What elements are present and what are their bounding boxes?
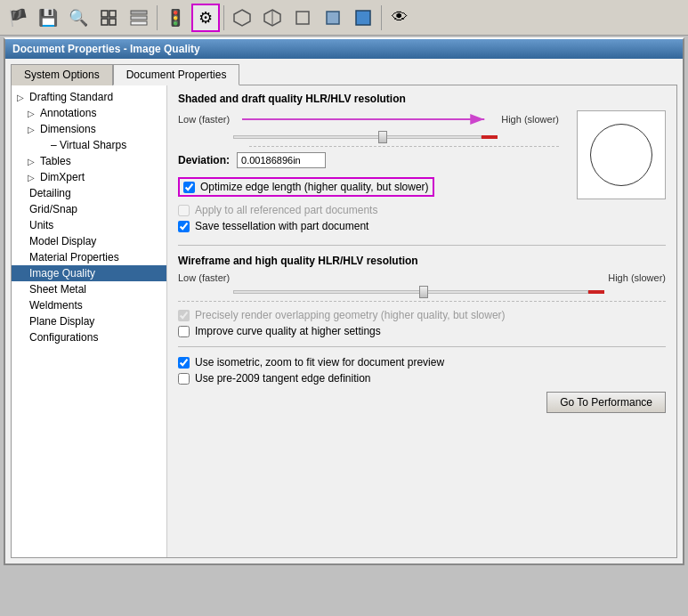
sidebar-item-sheet-metal[interactable]: Sheet Metal (12, 281, 166, 297)
checkbox3-row: Save tessellation with part document (178, 220, 559, 232)
sidebar-item-image-quality[interactable]: Image Quality (12, 265, 166, 281)
cube-blue-icon[interactable] (349, 4, 377, 32)
sidebar-item-model-display[interactable]: Model Display (12, 233, 166, 249)
save-icon[interactable]: 💾 (34, 4, 62, 32)
sidebar-item-plane-display[interactable]: Plane Display (12, 313, 166, 329)
slider2-labels: Low (faster) High (slower) (178, 272, 666, 283)
eye-icon[interactable]: 👁 (385, 4, 414, 32)
svg-rect-3 (109, 19, 116, 25)
checkbox5-row: Improve curve quality at higher settings (178, 325, 666, 337)
slider2-track-container (233, 285, 604, 299)
slider2-track (233, 290, 588, 294)
checkbox1-row: Optimize edge length (higher quality, bu… (178, 177, 434, 197)
svg-rect-1 (109, 11, 116, 17)
go-to-performance-button[interactable]: Go To Performance (546, 392, 666, 413)
settings-icon[interactable]: ⚙ (191, 4, 220, 32)
sidebar-item-units[interactable]: Units (12, 217, 166, 233)
section-divider (178, 245, 666, 246)
section1-header: Shaded and draft quality HLR/HLV resolut… (178, 93, 666, 105)
sidebar-item-annotations[interactable]: ▷ Annotations (12, 105, 166, 121)
slider1-high-label: High (slower) (501, 114, 559, 125)
expand-icon: ▷ (28, 125, 38, 134)
toolbar: 🏴 💾 🔍 🚦 ⚙ 👁 (0, 0, 688, 36)
cube-outline2-icon[interactable] (258, 4, 287, 32)
toolbar-separator (157, 5, 158, 30)
sidebar-item-drafting-standard[interactable]: ▷ Drafting Standard (12, 89, 166, 105)
sidebar-tree: ▷ Drafting Standard ▷ Annotations ▷ Dime… (12, 85, 167, 557)
preview-box (577, 110, 666, 199)
slider1-dots (249, 146, 559, 147)
tab-system-options[interactable]: System Options (11, 64, 113, 85)
dialog-body: System Options Document Properties ▷ Dra… (5, 59, 683, 563)
sidebar-item-grid-snap[interactable]: Grid/Snap (12, 201, 166, 217)
checkbox6[interactable] (178, 357, 190, 369)
slider2-thumb[interactable] (419, 286, 428, 298)
sidebar-item-dimensions[interactable]: ▷ Dimensions (12, 121, 166, 137)
cube-outline1-icon[interactable] (228, 4, 256, 32)
sidebar-item-material-properties[interactable]: Material Properties (12, 249, 166, 265)
svg-rect-4 (131, 11, 147, 14)
tab-document-properties[interactable]: Document Properties (113, 64, 240, 85)
sidebar-item-virtual-sharps[interactable]: – Virtual Sharps (12, 137, 166, 153)
slider1-track-container (233, 130, 498, 144)
expand-icon: ▷ (28, 109, 38, 118)
slider2-row: Low (faster) High (slower) (178, 285, 666, 299)
checkbox7-label: Use pre-2009 tangent edge definition (195, 372, 370, 385)
layers-icon[interactable] (125, 4, 153, 32)
slider1-track (233, 135, 482, 139)
pink-arrow-svg (233, 110, 498, 128)
checkbox2[interactable] (178, 205, 190, 216)
toolbar-separator3 (381, 5, 382, 30)
checkbox4[interactable] (178, 310, 190, 321)
svg-rect-11 (327, 12, 339, 24)
sidebar-item-tables[interactable]: ▷ Tables (12, 153, 166, 169)
slider2-low-label: Low (faster) (178, 272, 230, 283)
checkbox4-row: Precisely render overlapping geometry (h… (178, 309, 666, 321)
expand-icon: ▷ (28, 157, 38, 166)
checkbox3[interactable] (178, 221, 190, 232)
checkbox3-label: Save tessellation with part document (195, 220, 368, 232)
expand-icon: ▷ (28, 173, 38, 182)
toolbar-separator2 (223, 5, 224, 30)
slider1-thumb[interactable] (378, 131, 387, 143)
dialog-titlebar: Document Properties - Image Quality (5, 39, 683, 59)
section2-header: Wireframe and high quality HLR/HLV resol… (178, 255, 666, 267)
svg-rect-5 (131, 16, 147, 20)
deviation-row: Deviation: (178, 152, 559, 168)
slider2-section: Low (faster) High (slower) Low (faster) … (178, 272, 666, 302)
slider2-dots (178, 301, 666, 302)
section-divider2 (178, 346, 666, 347)
arrow-container (233, 110, 498, 128)
sidebar-item-configurations[interactable]: Configurations (12, 329, 166, 345)
checkbox5[interactable] (178, 326, 190, 337)
checkbox7-row: Use pre-2009 tangent edge definition (178, 372, 666, 385)
deviation-input[interactable] (237, 152, 326, 168)
cube-filled-icon[interactable] (319, 4, 347, 32)
checkbox4-label: Precisely render overlapping geometry (h… (195, 309, 506, 321)
dialog-title: Document Properties - Image Quality (12, 43, 200, 55)
checkbox5-label: Improve curve quality at higher settings (195, 325, 381, 337)
expand-icon: ▷ (17, 93, 28, 102)
table-icon[interactable] (94, 4, 123, 32)
checkbox6-label: Use isometric, zoom to fit view for docu… (195, 356, 444, 369)
dialog: Document Properties - Image Quality Syst… (4, 37, 684, 565)
svg-rect-0 (101, 11, 108, 17)
search-icon[interactable]: 🔍 (64, 4, 93, 32)
tab-bar: System Options Document Properties (11, 64, 677, 85)
checkbox7[interactable] (178, 373, 190, 385)
slider1-low-label: Low (faster) (178, 114, 230, 125)
cube-solid-icon[interactable] (288, 4, 317, 32)
arrow-display: Low (faster) (178, 110, 559, 128)
sidebar-item-weldments[interactable]: Weldments (12, 297, 166, 313)
checkbox1[interactable] (183, 182, 195, 193)
bottom-row: Go To Performance (178, 392, 666, 413)
sidebar-item-detailing[interactable]: Detailing (12, 185, 166, 201)
preview-circle (590, 124, 652, 186)
tab-content: ▷ Drafting Standard ▷ Annotations ▷ Dime… (11, 85, 677, 558)
slider2-red-fill (588, 290, 604, 294)
checkbox2-label: Apply to all referenced part documents (195, 204, 377, 216)
traffic-icon[interactable]: 🚦 (161, 4, 190, 32)
deviation-label: Deviation: (178, 154, 230, 166)
new-icon[interactable]: 🏴 (4, 4, 32, 32)
sidebar-item-dimxpert[interactable]: ▷ DimXpert (12, 169, 166, 185)
